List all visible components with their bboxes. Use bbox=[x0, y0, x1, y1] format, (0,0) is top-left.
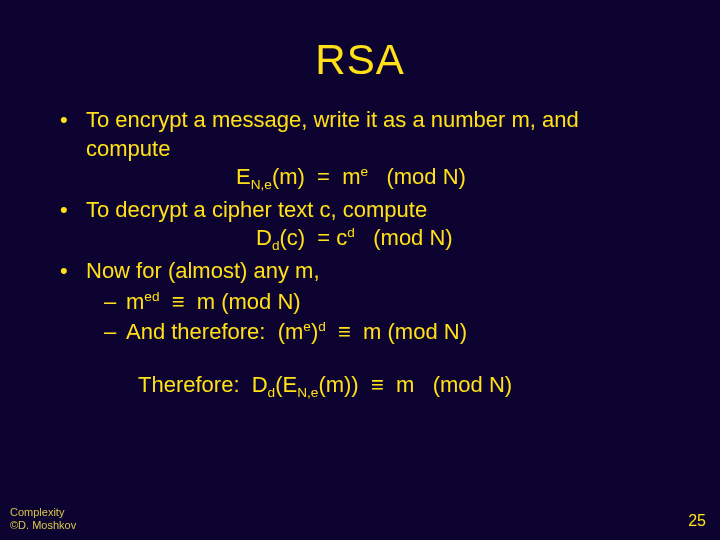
bullet-decrypt: To decrypt a cipher text c, compute Dd(c… bbox=[52, 196, 668, 253]
footer-line1: Complexity bbox=[10, 506, 64, 518]
slide: RSA To encrypt a message, write it as a … bbox=[0, 0, 720, 540]
slide-title: RSA bbox=[0, 0, 720, 84]
sub-bullet-med: med ≡ m (mod N) bbox=[98, 288, 668, 317]
footer-line2: ©D. Moshkov bbox=[10, 519, 76, 531]
bullet-list: To encrypt a message, write it as a numb… bbox=[52, 106, 668, 347]
encrypt-equation: EN,e(m) = me (mod N) bbox=[86, 163, 668, 192]
bullet-now-text: Now for (almost) any m, bbox=[86, 258, 320, 283]
sub-bullet-therefore: And therefore: (me)d ≡ m (mod N) bbox=[98, 318, 668, 347]
page-number: 25 bbox=[688, 512, 706, 530]
footer-credit: Complexity ©D. Moshkov bbox=[10, 506, 76, 532]
bullet-now: Now for (almost) any m, med ≡ m (mod N) … bbox=[52, 257, 668, 347]
sub-bullet-list: med ≡ m (mod N) And therefore: (me)d ≡ m… bbox=[98, 288, 668, 347]
bullet-encrypt-text: To encrypt a message, write it as a numb… bbox=[86, 107, 579, 161]
conclusion-line: Therefore: Dd(EN,e(m)) ≡ m (mod N) bbox=[52, 371, 668, 400]
decrypt-equation: Dd(c) = cd (mod N) bbox=[86, 224, 668, 253]
bullet-encrypt: To encrypt a message, write it as a numb… bbox=[52, 106, 668, 192]
slide-body: To encrypt a message, write it as a numb… bbox=[0, 84, 720, 399]
bullet-decrypt-text: To decrypt a cipher text c, compute bbox=[86, 197, 427, 222]
